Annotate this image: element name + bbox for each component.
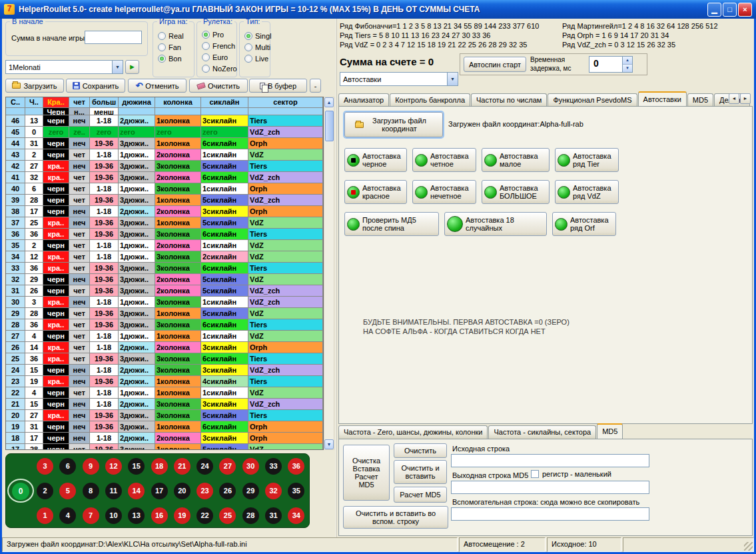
radio-singl[interactable]: Singl bbox=[244, 30, 268, 41]
history-row[interactable]: 2836кра..чет19-363дюжи..3колонка6сиклайн… bbox=[6, 319, 323, 331]
history-row[interactable]: 3412кра..чет1-181дюжи..3колонка2сиклайнV… bbox=[6, 251, 323, 263]
autobets-combo[interactable]: Автоставки ▼ bbox=[340, 72, 458, 86]
history-row[interactable]: 2115черннеч1-182дюжи..3колонка3сиклайнVd… bbox=[6, 399, 323, 410]
bet-button-0[interactable]: Автоставка черное bbox=[344, 148, 407, 172]
bet-button-9[interactable]: Автоставка 18 случайных bbox=[444, 212, 547, 236]
history-row[interactable]: 3229черннеч19-363дюжи..2колонка5сиклайнV… bbox=[6, 274, 323, 285]
play-button[interactable]: ► bbox=[125, 60, 139, 74]
radio-french[interactable]: French bbox=[202, 40, 235, 51]
chevron-down-icon[interactable]: ▼ bbox=[447, 73, 458, 85]
history-row[interactable]: 3636кра..чет19-363дюжи..3колонка6сиклайн… bbox=[6, 229, 323, 240]
preset-combo[interactable]: 1Melonati ▼ bbox=[5, 60, 123, 74]
bet-button-10[interactable]: Автоставка ряд Orf bbox=[552, 212, 616, 236]
history-row[interactable]: 2928чернчет19-363дюжи..1колонка5сиклайнV… bbox=[6, 308, 323, 319]
history-row[interactable]: 274чернчет1-181дюжи..1колонка1сиклайнVdZ bbox=[6, 331, 323, 342]
bet-button-4[interactable]: Автоставка красное bbox=[344, 180, 407, 204]
clear-button[interactable]: Очистить bbox=[189, 79, 248, 93]
board-number-20[interactable]: 20 bbox=[174, 483, 190, 499]
board-number-36[interactable]: 36 bbox=[288, 458, 304, 475]
bet-button-8[interactable]: Проверить МД5 после спина bbox=[344, 212, 439, 236]
tab-контроль-банкролла[interactable]: Контроль банкролла bbox=[390, 93, 470, 107]
tab-анализатор[interactable]: Анализатор bbox=[338, 93, 389, 107]
radio-nozero[interactable]: NoZero bbox=[202, 63, 235, 74]
buffer-button[interactable]: В буфер bbox=[249, 79, 307, 93]
spinner-down-icon[interactable]: ▼ bbox=[623, 65, 632, 72]
radio-fan[interactable]: Fan bbox=[158, 41, 192, 53]
history-row[interactable]: 1931черннеч19-363дюжи..1колонка6сиклайнO… bbox=[6, 421, 323, 433]
bet-button-1[interactable]: Автоставка четное bbox=[412, 148, 476, 172]
board-number-13[interactable]: 13 bbox=[128, 507, 145, 524]
save-button[interactable]: Сохранить bbox=[66, 79, 125, 93]
history-row[interactable]: 2027кра..неч19-363дюжи..3колонка5сиклайн… bbox=[6, 410, 323, 421]
board-number-18[interactable]: 18 bbox=[151, 458, 168, 475]
board-number-8[interactable]: 8 bbox=[83, 483, 99, 499]
tab-md5[interactable]: MD5 bbox=[687, 93, 713, 107]
board-number-24[interactable]: 24 bbox=[196, 458, 213, 475]
history-row[interactable]: 3336кра..чет19-363дюжи..3колонка6сиклайн… bbox=[6, 263, 323, 274]
board-number-27[interactable]: 27 bbox=[219, 458, 236, 475]
history-scrollbar[interactable]: ▲ ▼ bbox=[324, 97, 334, 450]
md5-combo-button[interactable]: Очистка Вставка Расчет MD5 bbox=[343, 445, 390, 501]
board-number-6[interactable]: 6 bbox=[59, 458, 76, 475]
board-number-31[interactable]: 31 bbox=[265, 507, 282, 524]
board-number-10[interactable]: 10 bbox=[105, 507, 122, 524]
board-number-7[interactable]: 7 bbox=[83, 507, 99, 524]
bet-button-3[interactable]: Автоставка ряд Tier bbox=[555, 148, 619, 172]
history-row[interactable]: 4431черннеч19-363дюжи..1колонка6сиклайнO… bbox=[6, 138, 323, 149]
load-coords-button[interactable]: Загрузить файл координат bbox=[344, 112, 443, 137]
radio-euro[interactable]: Euro bbox=[202, 51, 235, 63]
history-row[interactable]: 1728чернчет19-363дюжи..1колонка5сиклайнV… bbox=[6, 444, 323, 450]
tab-частоты-по-числам[interactable]: Частоты по числам bbox=[471, 93, 547, 107]
bet-button-2[interactable]: Автоставка малое bbox=[482, 148, 550, 172]
board-number-9[interactable]: 9 bbox=[83, 458, 99, 475]
bet-button-6[interactable]: Автоставка БОЛЬШОЕ bbox=[482, 180, 550, 204]
board-number-29[interactable]: 29 bbox=[242, 483, 259, 499]
history-row[interactable]: 3126чернчет19-363дюжи..2колонка5сиклайнV… bbox=[6, 285, 323, 297]
aux-string-input[interactable] bbox=[451, 507, 649, 521]
history-row[interactable]: 2536кра..чет19-363дюжи..3колонка6сиклайн… bbox=[6, 353, 323, 365]
board-number-22[interactable]: 22 bbox=[196, 507, 213, 524]
board-number-12[interactable]: 12 bbox=[105, 458, 122, 475]
tab-scroll-right-icon[interactable]: ► bbox=[740, 93, 751, 104]
board-number-15[interactable]: 15 bbox=[128, 458, 145, 475]
md5-calc-button[interactable]: Расчет MD5 bbox=[394, 487, 447, 503]
bet-button-7[interactable]: Автоставка ряд VdZ bbox=[555, 180, 619, 204]
board-number-33[interactable]: 33 bbox=[265, 458, 282, 475]
load-button[interactable]: Загрузить bbox=[5, 79, 64, 93]
history-row[interactable]: 406чернчет1-181дюжи..3колонка1сиклайнOrp… bbox=[6, 183, 323, 195]
board-number-16[interactable]: 16 bbox=[151, 507, 168, 524]
board-number-32[interactable]: 32 bbox=[265, 483, 282, 499]
radio-bon[interactable]: Bon bbox=[158, 53, 192, 64]
md5-clear-button[interactable]: Очистить bbox=[394, 443, 447, 458]
scroll-up-icon[interactable]: ▲ bbox=[324, 97, 334, 107]
tab-scroll-left-icon[interactable]: ◄ bbox=[729, 93, 739, 104]
history-row[interactable]: 303кра..неч1-181дюжи..3колонка1сиклайнVd… bbox=[6, 297, 323, 308]
board-number-1[interactable]: 1 bbox=[37, 507, 53, 524]
board-number-23[interactable]: 23 bbox=[196, 483, 213, 499]
output-string-input[interactable] bbox=[451, 481, 649, 494]
board-number-34[interactable]: 34 bbox=[288, 507, 304, 524]
minus-button[interactable]: - bbox=[310, 79, 321, 93]
history-row[interactable]: 4227кра..неч19-363дюжи..3колонка5сиклайн… bbox=[6, 161, 323, 172]
tab-функционал-psevdoms[interactable]: Функционал PsevdoMS bbox=[548, 93, 637, 107]
radio-real[interactable]: Real bbox=[158, 30, 192, 41]
scroll-thumb[interactable] bbox=[325, 111, 334, 141]
bet-button-5[interactable]: Автоставка нечетное bbox=[412, 180, 476, 204]
close-button[interactable]: × bbox=[738, 3, 752, 17]
board-number-28[interactable]: 28 bbox=[242, 507, 259, 524]
start-sum-input[interactable] bbox=[85, 31, 142, 44]
board-number-35[interactable]: 35 bbox=[288, 483, 304, 499]
autospin-start-button[interactable]: Автоспин старт bbox=[464, 57, 526, 72]
spinner-up-icon[interactable]: ▲ bbox=[623, 57, 632, 65]
board-number-21[interactable]: 21 bbox=[174, 458, 190, 475]
undo-button[interactable]: ↶ Отменить bbox=[128, 79, 187, 93]
history-row[interactable]: 1817черннеч1-182дюжи..2колонка3сиклайнOr… bbox=[6, 433, 323, 444]
md5-clear-paste-button[interactable]: Очистить и вставить bbox=[394, 460, 447, 484]
tab-автоставки[interactable]: Автоставки bbox=[638, 91, 687, 107]
radio-multi[interactable]: Multi bbox=[244, 41, 268, 53]
resize-grip[interactable] bbox=[744, 542, 753, 551]
history-row[interactable]: 3928чернчет19-363дюжи..1колонка5сиклайнV… bbox=[6, 195, 323, 206]
tab-md5[interactable]: MD5 bbox=[597, 423, 623, 439]
board-number-14[interactable]: 14 bbox=[128, 483, 145, 499]
board-number-17[interactable]: 17 bbox=[151, 483, 168, 499]
